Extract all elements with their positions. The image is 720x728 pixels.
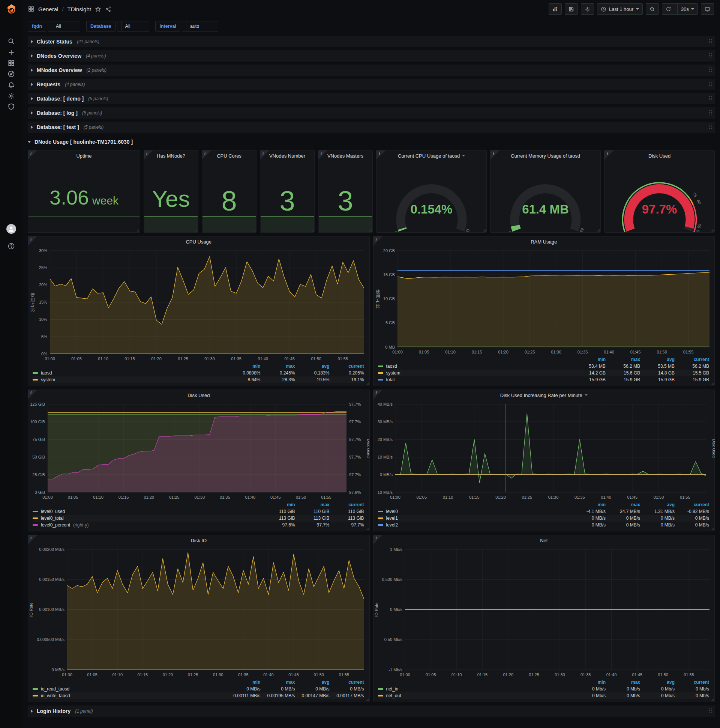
dashboard-row-cluster-status[interactable]: Cluster Status(21 panels)⠿ xyxy=(28,36,715,47)
legend-header-current[interactable]: current xyxy=(675,501,709,508)
legend-series-name[interactable]: net_in xyxy=(378,685,572,692)
panel-info-corner[interactable] xyxy=(491,150,499,159)
legend-series-name[interactable]: level2 xyxy=(378,522,572,528)
panel-info-corner[interactable] xyxy=(144,150,153,159)
variable-value-select[interactable]: auto xyxy=(182,21,218,32)
row-drag-handle[interactable]: ⠿ xyxy=(708,95,712,102)
panel-title[interactable]: RAM Usage xyxy=(531,239,557,245)
chart-canvas[interactable]: 0%5%10%15%20%25%30%01:0001:0501:1001:150… xyxy=(28,247,369,363)
chart-canvas[interactable]: 0 MB5 GB10 GB15 GB20 GB01:0001:0501:1001… xyxy=(374,247,715,356)
configuration-gear-icon[interactable] xyxy=(0,91,23,101)
legend-series-name[interactable]: io_read_taosd xyxy=(33,685,226,692)
legend-series-name[interactable]: taosd xyxy=(33,370,226,376)
explore-compass-icon[interactable] xyxy=(0,69,23,79)
row-drag-handle[interactable]: ⠿ xyxy=(708,67,712,73)
dashboard-settings-button[interactable] xyxy=(581,3,594,15)
row-drag-handle[interactable]: ⠿ xyxy=(708,708,712,714)
panel-header[interactable]: Disk Used xyxy=(604,150,714,161)
panel-header[interactable]: Disk IO xyxy=(28,535,369,546)
panel-info-corner[interactable] xyxy=(374,236,383,245)
legend-header-current[interactable]: current xyxy=(675,679,709,685)
share-icon[interactable] xyxy=(105,6,111,12)
legend-header-current[interactable]: current xyxy=(329,363,364,370)
search-icon[interactable] xyxy=(0,36,23,46)
row-title[interactable]: Requests xyxy=(37,81,60,87)
chart-canvas[interactable]: 0 MB/s0.000500 MB/s0.00100 MB/s0.00150 M… xyxy=(28,546,369,679)
panel-title[interactable]: Current CPU Usage of taosd xyxy=(398,153,460,159)
panel-info-corner[interactable] xyxy=(28,535,37,544)
zoom-out-time-button[interactable] xyxy=(646,3,659,15)
legend-series-name[interactable]: net_out xyxy=(378,692,572,699)
chart-canvas[interactable]: -10 MB/s0 MB/s10 MB/s20 MB/s30 MB/s40 MB… xyxy=(374,401,715,501)
panel-title[interactable]: VNodes Masters xyxy=(327,153,363,159)
save-dashboard-button[interactable] xyxy=(565,3,578,15)
row-drag-handle[interactable]: ⠿ xyxy=(708,81,712,88)
legend-series-name[interactable]: level0_used xyxy=(33,508,261,515)
panel-title[interactable]: Current Memory Usage of taosd xyxy=(511,153,580,159)
panel-title[interactable]: CPU Cores xyxy=(217,153,241,159)
panel-header[interactable]: Current CPU Usage of taosd xyxy=(377,150,487,161)
legend-header-max[interactable]: max xyxy=(606,356,640,363)
panel-header[interactable]: Disk Used Increasing Rate per Minute xyxy=(374,390,715,401)
panel-title[interactable]: Disk Used xyxy=(188,393,210,398)
legend-header-avg[interactable]: avg xyxy=(640,679,675,685)
panel-info-corner[interactable] xyxy=(318,150,327,159)
legend-series-name[interactable]: io_write_taosd xyxy=(33,692,226,699)
panel-info-corner[interactable] xyxy=(202,150,211,159)
dashboard-row-database-demo[interactable]: Database: [ demo ](5 panels)⠿ xyxy=(28,93,715,104)
dashboard-row-mnodes-overview[interactable]: MNodes Overview(2 panels)⠿ xyxy=(28,64,715,76)
legend-header-max[interactable]: max xyxy=(261,679,295,685)
row-title[interactable]: Database: [ log ] xyxy=(37,110,78,116)
variable-fqdn[interactable]: fqdnAll xyxy=(28,21,80,32)
star-icon[interactable] xyxy=(95,6,101,12)
legend-header-current[interactable]: current xyxy=(329,679,364,685)
row-drag-handle[interactable]: ⠿ xyxy=(708,124,712,131)
legend-header-current[interactable]: current xyxy=(675,356,709,363)
row-title[interactable]: Login History xyxy=(37,708,70,714)
create-plus-icon[interactable] xyxy=(0,47,23,58)
legend-header-max[interactable]: max xyxy=(261,363,295,370)
dashboard-row-requests[interactable]: Requests(4 panels)⠿ xyxy=(28,79,715,90)
legend-header-min[interactable]: min xyxy=(571,356,606,363)
row-title[interactable]: Database: [ test ] xyxy=(37,124,79,130)
legend-header-avg[interactable]: avg xyxy=(295,363,329,370)
panel-title[interactable]: Disk IO xyxy=(191,538,207,543)
legend-series-name[interactable]: system xyxy=(33,376,226,383)
refresh-picker[interactable]: 30s xyxy=(662,3,698,15)
variable-interval[interactable]: Intervalauto xyxy=(155,21,218,32)
legend-header-min[interactable]: min xyxy=(226,679,261,685)
panel-info-corner[interactable] xyxy=(374,535,383,544)
row-title[interactable]: DNode Usage [ huolinhe-TM1701:6030 ] xyxy=(35,139,133,145)
panel-header[interactable]: Uptime xyxy=(28,150,140,161)
panel-title[interactable]: Net xyxy=(540,538,548,543)
legend-header-min[interactable]: min xyxy=(571,679,606,685)
user-avatar[interactable] xyxy=(0,224,23,234)
row-title[interactable]: DNodes Overview xyxy=(37,53,81,59)
legend-header-min[interactable]: min xyxy=(226,363,261,370)
row-title[interactable]: Cluster Status xyxy=(37,39,72,45)
row-drag-handle[interactable]: ⠿ xyxy=(708,52,712,59)
legend-header-avg[interactable]: avg xyxy=(640,356,675,363)
panel-info-corner[interactable] xyxy=(604,150,613,159)
refresh-interval-select[interactable]: 30s xyxy=(677,4,697,14)
variable-database[interactable]: DatabaseAll xyxy=(86,21,149,32)
row-dnode-usage[interactable]: DNode Usage [ huolinhe-TM1701:6030 ] xyxy=(28,136,715,148)
legend-series-name[interactable]: level0_total xyxy=(33,515,261,522)
legend-series-name[interactable]: taosd xyxy=(378,363,572,370)
variable-value-select[interactable]: All xyxy=(117,21,149,32)
row-drag-handle[interactable]: ⠿ xyxy=(708,38,712,45)
panel-info-corner[interactable] xyxy=(28,150,37,159)
panel-info-corner[interactable] xyxy=(377,150,386,159)
panel-header[interactable]: Disk Used xyxy=(28,390,369,401)
legend-header-avg[interactable]: avg xyxy=(295,679,329,685)
legend-series-name[interactable]: system xyxy=(378,370,572,376)
variable-value-select[interactable]: All xyxy=(47,21,80,32)
legend-series-name[interactable]: level0_percent(right-y) xyxy=(33,522,261,528)
dashboard-row-login-history[interactable]: Login History(1 panel)⠿ xyxy=(28,705,715,717)
row-drag-handle[interactable]: ⠿ xyxy=(708,110,712,116)
breadcrumb-section[interactable]: General xyxy=(38,6,58,12)
grafana-logo-icon[interactable] xyxy=(4,3,19,18)
dashboard-row-dnodes-overview[interactable]: DNodes Overview(4 panels)⠿ xyxy=(28,50,715,61)
dashboards-icon[interactable] xyxy=(0,58,23,68)
panel-title[interactable]: CPU Usage xyxy=(186,239,212,245)
